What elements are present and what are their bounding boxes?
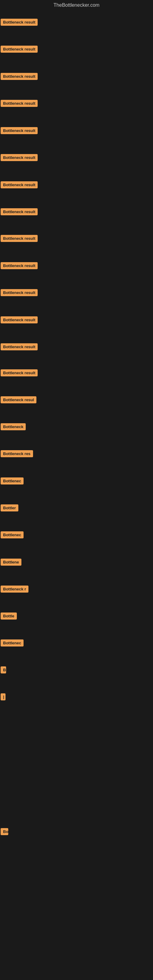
bottleneck-item[interactable]: Bottleneck r bbox=[1, 585, 29, 594]
bottleneck-item[interactable]: Bottleneck result bbox=[1, 208, 38, 216]
bottleneck-item[interactable]: Bottleneck result bbox=[1, 154, 38, 162]
bottleneck-item[interactable]: Bottlene bbox=[1, 558, 21, 567]
bottleneck-badge: Bottleneck result bbox=[1, 127, 38, 134]
bottleneck-item[interactable]: Bottleneck result bbox=[1, 317, 38, 325]
bottleneck-badge: Bottleneck res bbox=[1, 450, 33, 457]
bottleneck-item[interactable]: Bottleneck result bbox=[1, 127, 38, 135]
bottleneck-item[interactable]: Bottleneck result bbox=[1, 46, 38, 54]
bottleneck-badge: Bottleneck result bbox=[1, 19, 38, 26]
bottleneck-badge: Bottleneck result bbox=[1, 235, 38, 242]
bottleneck-item[interactable]: Bottleneck res bbox=[1, 450, 33, 458]
site-title: TheBottlenecker.com bbox=[0, 0, 153, 10]
bottleneck-badge: Bottlenec bbox=[1, 477, 24, 485]
bottleneck-item[interactable]: Bottleneck result bbox=[1, 369, 38, 378]
bottleneck-badge: Bottleneck result bbox=[1, 100, 38, 107]
bottleneck-item[interactable]: Bottleneck result bbox=[1, 181, 38, 189]
bottleneck-badge: Bottleneck result bbox=[1, 181, 38, 188]
bottleneck-item[interactable]: Bottleneck result bbox=[1, 343, 38, 352]
bottleneck-item[interactable]: Bo bbox=[1, 828, 8, 836]
bottleneck-item[interactable]: Bottler bbox=[1, 504, 18, 513]
bottleneck-badge: Bottleneck result bbox=[1, 208, 38, 215]
bottleneck-item[interactable]: Bottleneck resul bbox=[1, 396, 37, 404]
bottleneck-item[interactable]: Bottleneck bbox=[1, 423, 26, 431]
bottleneck-badge: Bottleneck result bbox=[1, 46, 38, 52]
bottleneck-badge: Bottleneck result bbox=[1, 369, 38, 376]
bottleneck-badge: Bottlenec bbox=[1, 640, 24, 646]
bottleneck-badge: Bottleneck bbox=[1, 423, 26, 430]
bottleneck-badge: Bottleneck result bbox=[1, 73, 38, 80]
bottleneck-item[interactable]: Bottleneck result bbox=[1, 100, 38, 108]
bottleneck-item[interactable]: Bottleneck result bbox=[1, 289, 38, 298]
bottleneck-badge: Bottleneck resul bbox=[1, 396, 37, 403]
bottleneck-item[interactable]: Bottleneck result bbox=[1, 262, 38, 270]
bottleneck-badge: Bottleneck result bbox=[1, 262, 38, 269]
bottleneck-badge: Bottlene bbox=[1, 558, 21, 566]
bottleneck-badge: Bottle bbox=[1, 612, 17, 620]
bottleneck-badge: Bottleneck r bbox=[1, 585, 29, 593]
bottleneck-item[interactable]: Bottleneck result bbox=[1, 73, 38, 81]
bottleneck-badge: Bottleneck result bbox=[1, 289, 38, 296]
bottleneck-item[interactable]: Bottlenec bbox=[1, 531, 24, 539]
bottleneck-badge: Bottleneck result bbox=[1, 154, 38, 161]
bottleneck-item[interactable]: Bottlenec bbox=[1, 640, 24, 648]
bottleneck-badge: Bo bbox=[1, 828, 8, 835]
bottleneck-badge: Bottleneck result bbox=[1, 317, 38, 323]
bottleneck-badge: | bbox=[1, 694, 5, 700]
bottleneck-item[interactable]: Bottle bbox=[1, 612, 17, 621]
bottleneck-item[interactable]: Bottlenec bbox=[1, 477, 24, 486]
bottleneck-item[interactable]: Bottleneck result bbox=[1, 19, 38, 27]
bottleneck-badge: B bbox=[1, 667, 6, 673]
bottleneck-item[interactable]: | bbox=[1, 694, 5, 702]
bottleneck-badge: Bottlenec bbox=[1, 531, 24, 538]
bottleneck-badge: Bottler bbox=[1, 504, 18, 511]
bottleneck-item[interactable]: B bbox=[1, 667, 6, 675]
bottleneck-badge: Bottleneck result bbox=[1, 343, 38, 350]
bottleneck-item[interactable]: Bottleneck result bbox=[1, 235, 38, 243]
